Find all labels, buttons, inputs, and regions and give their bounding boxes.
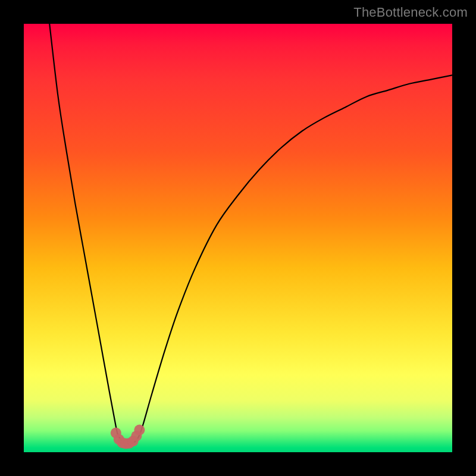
curve-right [131, 75, 452, 443]
curve-layer [24, 24, 452, 452]
watermark-text: TheBottleneck.com [353, 5, 468, 20]
plot-area [24, 24, 452, 452]
chart-frame: TheBottleneck.com [0, 0, 476, 476]
marker-dot [134, 425, 145, 436]
curve-left [49, 24, 131, 444]
bottom-marker-cluster [111, 425, 145, 449]
